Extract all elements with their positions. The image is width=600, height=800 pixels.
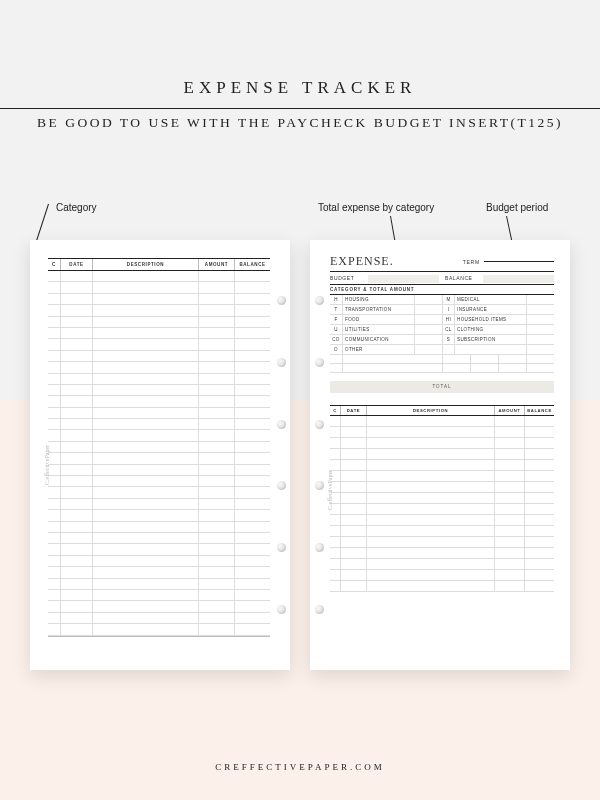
right-page: EXPENSE. TERM BUDGET BALANCE CATEGORY & …	[310, 240, 570, 670]
category-name: COMMUNICATION	[342, 335, 414, 345]
table-row[interactable]	[330, 548, 554, 559]
category-name: CLOTHING	[454, 325, 526, 335]
table-row[interactable]	[48, 385, 270, 396]
category-amount[interactable]	[526, 315, 554, 325]
table-row[interactable]	[48, 476, 270, 487]
table-row[interactable]	[330, 427, 554, 438]
table-row[interactable]	[48, 374, 270, 385]
term-field[interactable]	[484, 261, 554, 262]
table-row[interactable]	[330, 355, 554, 364]
right-ledger-rows	[330, 416, 554, 592]
total-row: TOTAL	[330, 381, 554, 393]
category-code: HI	[442, 315, 454, 325]
table-row[interactable]	[330, 438, 554, 449]
category-code: T	[330, 305, 342, 315]
table-row[interactable]	[48, 442, 270, 453]
category-name	[454, 345, 526, 355]
category-amount[interactable]	[526, 295, 554, 305]
table-row[interactable]	[48, 339, 270, 350]
table-row[interactable]	[48, 465, 270, 476]
callout-budget-period: Budget period	[486, 202, 548, 213]
table-row[interactable]	[48, 499, 270, 510]
table-row[interactable]	[48, 556, 270, 567]
table-row[interactable]	[48, 487, 270, 498]
table-row[interactable]	[330, 493, 554, 504]
category-code: M	[442, 295, 454, 305]
ledger-header: C DATE DESCRIPTION AMOUNT BALANCE	[48, 258, 270, 271]
table-row[interactable]	[48, 328, 270, 339]
table-row[interactable]	[48, 590, 270, 601]
table-row[interactable]	[330, 504, 554, 515]
category-amount[interactable]	[526, 305, 554, 315]
table-row[interactable]	[48, 396, 270, 407]
budget-field[interactable]	[368, 275, 439, 283]
category-name: FOOD	[342, 315, 414, 325]
col-description: DESCRIPTION	[366, 406, 494, 415]
table-row[interactable]	[48, 601, 270, 612]
category-code: O	[330, 345, 342, 355]
balance-label: BALANCE	[445, 275, 477, 283]
category-amount[interactable]	[414, 335, 442, 345]
category-amount[interactable]	[526, 345, 554, 355]
table-row[interactable]	[48, 317, 270, 328]
table-row[interactable]	[330, 460, 554, 471]
table-row[interactable]	[48, 624, 270, 635]
table-row[interactable]	[48, 579, 270, 590]
table-row[interactable]	[330, 537, 554, 548]
balance-field[interactable]	[483, 275, 554, 283]
category-amount[interactable]	[526, 325, 554, 335]
page-subtitle: BE GOOD TO USE WITH THE PAYCHECK BUDGET …	[0, 115, 600, 131]
table-row[interactable]	[48, 613, 270, 624]
table-row[interactable]	[48, 419, 270, 430]
category-name: TRANSPORTATION	[342, 305, 414, 315]
category-amount[interactable]	[414, 325, 442, 335]
right-ledger-header: C DATE DESCRIPTION AMOUNT BALANCE	[330, 405, 554, 416]
col-balance: BALANCE	[524, 406, 554, 415]
watermark: C.effectivePaper	[44, 445, 50, 485]
category-amount[interactable]	[414, 295, 442, 305]
table-row[interactable]	[48, 510, 270, 521]
ledger-table: C DATE DESCRIPTION AMOUNT BALANCE	[48, 258, 270, 652]
table-row[interactable]	[48, 282, 270, 293]
table-row[interactable]	[48, 351, 270, 362]
col-c: C	[330, 406, 340, 415]
table-row[interactable]	[48, 453, 270, 464]
table-row[interactable]	[330, 416, 554, 427]
category-amount[interactable]	[414, 305, 442, 315]
table-row[interactable]	[48, 408, 270, 419]
category-amount[interactable]	[414, 315, 442, 325]
col-amount: AMOUNT	[198, 259, 234, 270]
table-row[interactable]	[48, 522, 270, 533]
table-row[interactable]	[48, 544, 270, 555]
category-grid: HHOUSINGMMEDICALTTRANSPORTATIONIINSURANC…	[330, 295, 554, 355]
budget-label: BUDGET	[330, 275, 362, 283]
table-row[interactable]	[330, 515, 554, 526]
page-title: EXPENSE TRACKER	[0, 78, 600, 98]
table-row[interactable]	[48, 271, 270, 282]
table-row[interactable]	[330, 471, 554, 482]
table-row[interactable]	[330, 559, 554, 570]
category-code: S	[442, 335, 454, 345]
table-row[interactable]	[48, 533, 270, 544]
table-row[interactable]	[48, 362, 270, 373]
table-row[interactable]	[330, 581, 554, 592]
table-row[interactable]	[48, 294, 270, 305]
table-row[interactable]	[330, 526, 554, 537]
table-row[interactable]	[330, 482, 554, 493]
table-row[interactable]	[48, 430, 270, 441]
category-amount[interactable]	[414, 345, 442, 355]
table-row[interactable]	[330, 449, 554, 460]
divider	[0, 108, 600, 109]
expense-heading: EXPENSE.	[330, 254, 394, 269]
footer: CREFFECTIVEPAPER.COM	[0, 762, 600, 772]
table-row[interactable]	[330, 570, 554, 581]
category-name: UTILITIES	[342, 325, 414, 335]
expense-heading-row: EXPENSE. TERM	[330, 254, 554, 272]
table-row[interactable]	[48, 567, 270, 578]
right-ledger: C DATE DESCRIPTION AMOUNT BALANCE	[330, 405, 554, 592]
category-amount[interactable]	[526, 335, 554, 345]
table-row[interactable]	[48, 305, 270, 316]
ring-holes	[274, 240, 288, 670]
header: EXPENSE TRACKER BE GOOD TO USE WITH THE …	[0, 0, 600, 131]
table-row[interactable]	[330, 364, 554, 373]
